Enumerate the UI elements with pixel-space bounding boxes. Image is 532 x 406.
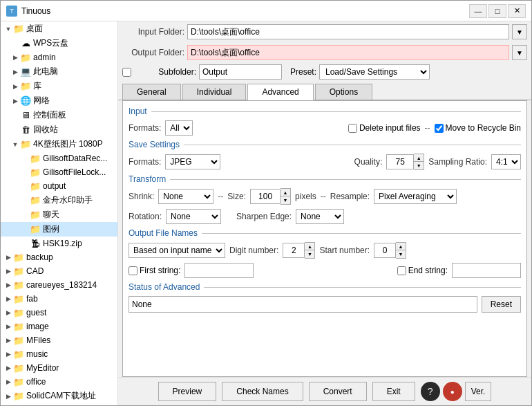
quality-up-btn[interactable]: ▲ xyxy=(414,154,424,162)
reset-button[interactable]: Reset xyxy=(482,296,521,313)
sidebar-item-control[interactable]: 🖥 控制面板 xyxy=(1,108,117,122)
move-to-recycle-check[interactable]: Move to Recycle Bin xyxy=(435,123,521,133)
delete-input-check[interactable]: Delete input files xyxy=(348,123,421,133)
sidebar-item-solidcam[interactable]: ▶ 📁 SolidCAM下载地址 xyxy=(1,389,117,403)
sidebar-item-hsk19[interactable]: 🗜 HSK19.zip xyxy=(1,237,117,250)
toggle-icon: ▶ xyxy=(3,294,13,304)
sidebar-item-desktop[interactable]: ▼ 📁 桌面 xyxy=(1,21,117,36)
folder-icon: 📁 xyxy=(13,335,24,346)
sidebar-item-computer[interactable]: ▶ 💻 此电脑 xyxy=(1,64,117,79)
sidebar-item-music[interactable]: ▶ 📁 music xyxy=(1,347,117,361)
quality-down-btn[interactable]: ▼ xyxy=(414,162,424,169)
quality-value[interactable] xyxy=(386,154,414,169)
output-folder-field[interactable] xyxy=(187,45,509,60)
sidebar-item-mfiles[interactable]: ▶ 📁 MFiles xyxy=(1,333,117,347)
quality-spin-btns: ▲ ▼ xyxy=(414,154,424,170)
first-string-check[interactable]: First string: xyxy=(129,266,180,275)
folder-icon: 📁 xyxy=(13,376,24,387)
input-folder-field[interactable] xyxy=(187,24,509,39)
output-folder-label: Output Folder: xyxy=(122,48,184,57)
delete-input-checkbox[interactable] xyxy=(348,124,357,133)
sidebar-item-recycle[interactable]: 🗑 回收站 xyxy=(1,122,117,137)
input-folder-dropdown[interactable]: ▼ xyxy=(512,24,527,39)
size-label: Size: xyxy=(227,192,246,201)
sidebar-item-examples[interactable]: 📁 图例 xyxy=(1,222,117,237)
folder-icon: 📁 xyxy=(13,293,24,304)
sampling-select[interactable]: 4:1 xyxy=(491,154,521,169)
sidebar-item-jinshu[interactable]: 📁 金舟水印助手 xyxy=(1,193,117,207)
sidebar-item-wps[interactable]: ☁ WPS云盘 xyxy=(1,36,117,50)
sidebar-item-cad[interactable]: ▶ 📁 CAD xyxy=(1,264,117,278)
based-on-select[interactable]: Based on input name xyxy=(129,243,225,258)
minimize-button[interactable]: — xyxy=(469,4,487,18)
close-button[interactable]: ✕ xyxy=(508,4,526,18)
toggle-icon: ▶ xyxy=(3,322,13,331)
end-string-field[interactable] xyxy=(452,263,521,278)
sidebar-item-output[interactable]: 📁 output xyxy=(1,179,117,193)
convert-button[interactable]: Convert xyxy=(309,382,367,401)
start-spin-btns: ▲ ▼ xyxy=(396,242,406,259)
digit-down-btn[interactable]: ▼ xyxy=(305,250,314,258)
preset-select[interactable]: Load/Save Settings xyxy=(319,64,430,80)
help-circle-icon[interactable]: ? xyxy=(421,382,440,401)
sidebar-item-wallpaper[interactable]: ▼ 📁 4K壁纸图片 1080P xyxy=(1,137,117,151)
first-string-field[interactable] xyxy=(184,263,254,278)
status-value: None xyxy=(132,299,152,309)
sidebar-item-network[interactable]: ▶ 🌐 网络 xyxy=(1,93,117,108)
toggle-icon xyxy=(20,225,30,234)
sidebar-item-gilisoft-data[interactable]: 📁 GilisoftDataRec... xyxy=(1,151,117,165)
end-string-checkbox[interactable] xyxy=(397,266,406,275)
subfolder-checkbox[interactable] xyxy=(122,68,131,77)
output-folder-row: Output Folder: ▼ xyxy=(118,42,531,63)
exit-button[interactable]: Exit xyxy=(372,382,415,401)
sidebar-item-image[interactable]: ▶ 📁 image xyxy=(1,320,117,333)
size-up-btn[interactable]: ▲ xyxy=(281,189,290,196)
resample-select[interactable]: Pixel Averaging xyxy=(374,189,457,204)
sharpen-select[interactable]: None xyxy=(296,209,344,224)
subfolder-field[interactable] xyxy=(199,64,282,80)
toggle-icon xyxy=(20,154,30,163)
sampling-label: Sampling Ratio: xyxy=(428,157,487,167)
folder-icon: 📁 xyxy=(13,349,24,360)
sidebar-item-backup[interactable]: ▶ 📁 backup xyxy=(1,250,117,264)
size-value[interactable] xyxy=(250,189,281,204)
sidebar-item-gilisoft-file[interactable]: 📁 GilisoftFileLock... xyxy=(1,165,117,179)
sidebar-item-chat[interactable]: 📁 聊天 xyxy=(1,207,117,222)
start-value[interactable] xyxy=(374,243,396,258)
digit-label: Digit number: xyxy=(229,246,278,255)
end-string-check[interactable]: End string: xyxy=(397,266,448,275)
size-spin-btns: ▲ ▼ xyxy=(281,188,291,205)
tab-options[interactable]: Options xyxy=(315,84,372,100)
status-row: None Reset xyxy=(129,296,521,313)
folder-icon: 📁 xyxy=(20,81,31,92)
start-up-btn[interactable]: ▲ xyxy=(396,243,406,250)
input-formats-select[interactable]: All xyxy=(165,120,193,136)
tab-general[interactable]: General xyxy=(122,84,181,100)
rotation-select[interactable]: None xyxy=(166,209,221,224)
sidebar-item-myeditor[interactable]: ▶ 📁 MyEditor xyxy=(1,361,117,375)
sidebar-item-lib[interactable]: ▶ 📁 库 xyxy=(1,79,117,93)
maximize-button[interactable]: □ xyxy=(488,4,506,18)
digit-up-btn[interactable]: ▲ xyxy=(305,243,314,250)
size-down-btn[interactable]: ▼ xyxy=(281,196,290,204)
toggle-icon: ▶ xyxy=(10,96,20,106)
sidebar-item-guest[interactable]: ▶ 📁 guest xyxy=(1,306,117,320)
first-string-checkbox[interactable] xyxy=(129,266,137,275)
sidebar-item-careueyes[interactable]: ▶ 📁 careueyes_183214 xyxy=(1,278,117,292)
folder-icon: 📁 xyxy=(30,210,41,221)
start-down-btn[interactable]: ▼ xyxy=(396,250,406,258)
shrink-select[interactable]: None xyxy=(158,189,213,204)
separator1: -- xyxy=(218,192,223,201)
tab-individual[interactable]: Individual xyxy=(182,84,247,100)
sidebar-item-office[interactable]: ▶ 📁 office xyxy=(1,375,117,389)
move-recycle-checkbox[interactable] xyxy=(435,124,444,133)
ver-button[interactable]: Ver. xyxy=(465,382,492,401)
output-folder-dropdown[interactable]: ▼ xyxy=(512,45,527,60)
digit-value[interactable] xyxy=(283,243,305,258)
tab-advanced[interactable]: Advanced xyxy=(247,84,313,100)
sidebar-item-fab[interactable]: ▶ 📁 fab xyxy=(1,292,117,306)
sidebar-item-admin[interactable]: ▶ 📁 admin xyxy=(1,50,117,64)
preview-button[interactable]: Preview xyxy=(158,382,217,401)
check-names-button[interactable]: Check Names xyxy=(222,382,303,401)
save-formats-select[interactable]: JPEG xyxy=(165,154,220,169)
